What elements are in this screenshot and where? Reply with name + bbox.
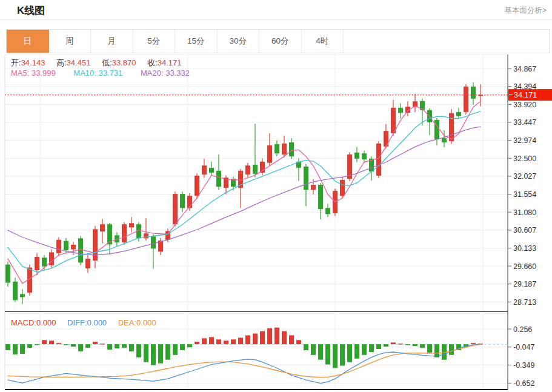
ma-legend: MA5: 33.999 MA10: 33.731 MA20: 33.332 — [11, 68, 205, 78]
svg-text:-0.349: -0.349 — [513, 361, 534, 370]
diff-value: DIFF:0.000 — [67, 318, 107, 327]
open-value: 开:34.143 — [11, 58, 45, 67]
ma20-value: MA20: 33.332 — [141, 68, 190, 78]
svg-text:34.171: 34.171 — [514, 91, 537, 99]
svg-text:33.920: 33.920 — [513, 101, 536, 109]
low-value: 低:33.870 — [102, 58, 136, 67]
ohlc-legend: 开:34.143 高:34.451 低:33.870 收:34.171 — [11, 58, 190, 68]
svg-text:32.974: 32.974 — [513, 136, 536, 145]
high-value: 高:34.451 — [56, 58, 90, 67]
macd-histogram — [5, 328, 483, 368]
svg-text:0.256: 0.256 — [513, 325, 532, 334]
current-price-label: 34.171 — [508, 89, 552, 101]
macd-y-axis: 0.256-0.047-0.349-0.652 — [508, 325, 534, 388]
svg-text:30.607: 30.607 — [513, 226, 536, 234]
ma20-line — [8, 127, 481, 255]
svg-text:-0.047: -0.047 — [513, 343, 534, 351]
svg-text:32.027: 32.027 — [513, 172, 536, 181]
ma10-value: MA10: 33.731 — [73, 68, 122, 78]
svg-text:34.867: 34.867 — [513, 65, 536, 73]
svg-text:-0.652: -0.652 — [513, 379, 534, 388]
dea-value: DEA:0.000 — [118, 318, 156, 327]
macd-value: MACD:0.000 — [11, 318, 56, 327]
svg-text:32.500: 32.500 — [513, 154, 536, 163]
svg-text:30.133: 30.133 — [513, 244, 536, 253]
svg-text:31.080: 31.080 — [513, 208, 536, 217]
svg-text:29.187: 29.187 — [513, 280, 536, 288]
ma5-value: MA5: 33.999 — [11, 68, 56, 78]
svg-text:28.713: 28.713 — [513, 298, 536, 307]
candles — [5, 82, 483, 304]
macd-legend: MACD:0.000 DIFF:0.000 DEA:0.000 — [11, 318, 165, 327]
svg-text:29.660: 29.660 — [513, 262, 536, 271]
kline-page: K线图 基本面分析> 日周月5分15分30分60分4时 34.86734.394… — [0, 0, 552, 392]
svg-text:31.554: 31.554 — [513, 190, 536, 199]
main-y-axis: 34.86734.39433.92033.44732.97432.50032.0… — [508, 65, 536, 307]
svg-text:33.447: 33.447 — [513, 118, 536, 127]
close-value: 收:34.171 — [147, 58, 181, 67]
